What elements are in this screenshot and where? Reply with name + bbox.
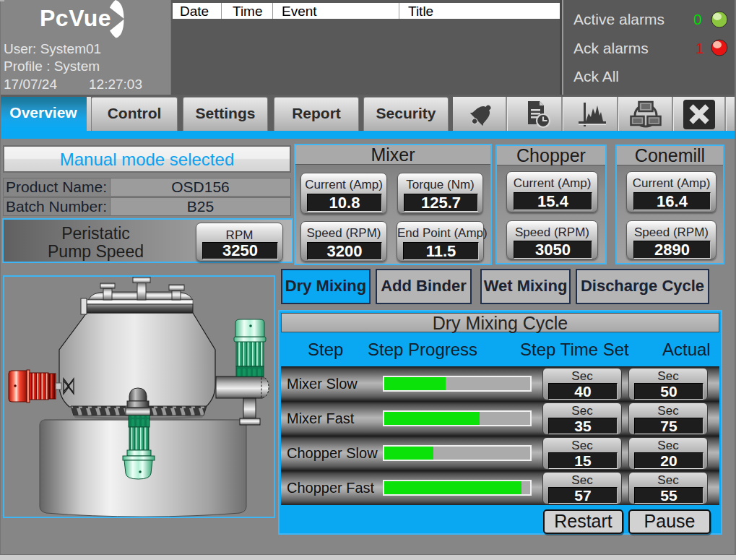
svg-text:PcVue: PcVue (40, 5, 111, 31)
